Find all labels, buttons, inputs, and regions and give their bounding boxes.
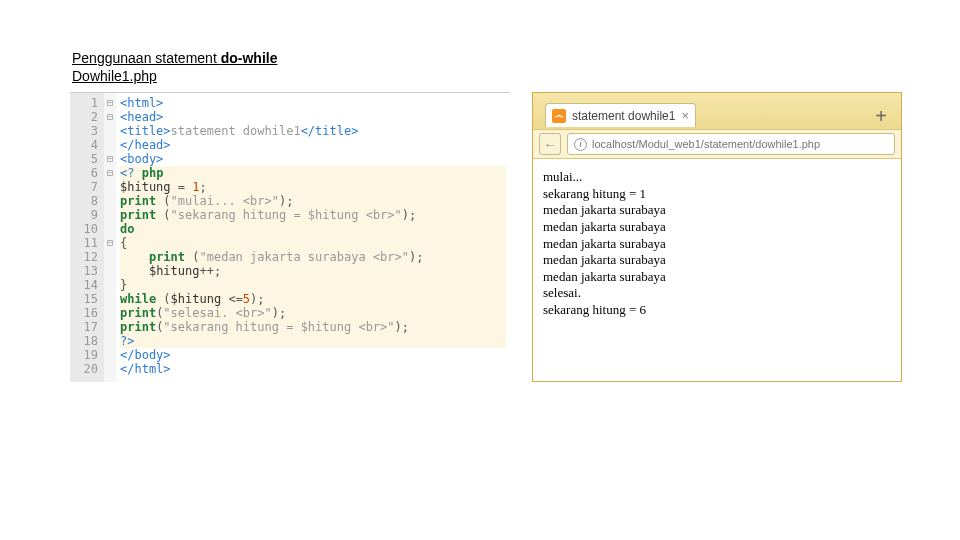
line-number: 4 [70, 138, 98, 152]
address-bar: ← i localhost/Modul_web1/statement/dowhi… [533, 129, 901, 159]
xampp-favicon: ෴ [552, 109, 566, 123]
fold-marker[interactable]: ⊟ [104, 166, 116, 180]
code-line[interactable]: print("sekarang hitung = $hitung <br>"); [120, 320, 506, 334]
line-number-gutter: 1234567891011121314151617181920 [70, 93, 104, 382]
line-number: 2 [70, 110, 98, 124]
code-line[interactable]: <body> [120, 152, 506, 166]
code-line[interactable]: <html> [120, 96, 506, 110]
line-number: 15 [70, 292, 98, 306]
output-line: mulai... [543, 169, 891, 186]
output-line: medan jakarta surabaya [543, 252, 891, 269]
fold-marker [104, 278, 116, 292]
code-line[interactable]: $hitung++; [120, 264, 506, 278]
code-line[interactable]: <? php [120, 166, 506, 180]
heading-line1-a: Penggunaan statement [72, 50, 221, 66]
line-number: 6 [70, 166, 98, 180]
browser-viewport: mulai...sekarang hitung = 1medan jakarta… [533, 159, 901, 381]
code-editor: 1234567891011121314151617181920 ⊟⊟⊟⊟⊟ <h… [70, 92, 510, 382]
code-area[interactable]: <html><head><title>statement dowhile1</t… [116, 93, 510, 382]
code-line[interactable]: print ("medan jakarta surabaya <br>"); [120, 250, 506, 264]
fold-marker [104, 138, 116, 152]
fold-marker [104, 194, 116, 208]
code-line[interactable]: <title>statement dowhile1</title> [120, 124, 506, 138]
code-line[interactable]: print ("mulai... <br>"); [120, 194, 506, 208]
output-line: sekarang hitung = 6 [543, 302, 891, 319]
line-number: 17 [70, 320, 98, 334]
browser-tab[interactable]: ෴ statement dowhile1 × [545, 103, 696, 127]
fold-marker [104, 320, 116, 334]
fold-marker [104, 264, 116, 278]
fold-marker [104, 222, 116, 236]
line-number: 9 [70, 208, 98, 222]
code-line[interactable]: <head> [120, 110, 506, 124]
fold-marker[interactable]: ⊟ [104, 110, 116, 124]
fold-marker[interactable]: ⊟ [104, 152, 116, 166]
fold-marker[interactable]: ⊟ [104, 236, 116, 250]
fold-marker [104, 362, 116, 376]
line-number: 8 [70, 194, 98, 208]
close-icon[interactable]: × [681, 108, 689, 123]
fold-marker [104, 292, 116, 306]
line-number: 11 [70, 236, 98, 250]
line-number: 1 [70, 96, 98, 110]
code-line[interactable]: </head> [120, 138, 506, 152]
browser-window: ෴ statement dowhile1 × + ← i localhost/M… [532, 92, 902, 382]
line-number: 19 [70, 348, 98, 362]
code-line[interactable]: </body> [120, 348, 506, 362]
code-line[interactable]: { [120, 236, 506, 250]
line-number: 10 [70, 222, 98, 236]
line-number: 12 [70, 250, 98, 264]
new-tab-button[interactable]: + [875, 105, 887, 128]
fold-gutter: ⊟⊟⊟⊟⊟ [104, 93, 116, 382]
document-heading: Penggunaan statement do-while Dowhile1.p… [72, 50, 277, 85]
tab-title: statement dowhile1 [572, 109, 675, 123]
line-number: 14 [70, 278, 98, 292]
code-line[interactable]: while ($hitung <=5); [120, 292, 506, 306]
code-line[interactable]: } [120, 278, 506, 292]
code-line[interactable]: ?> [120, 334, 506, 348]
back-button[interactable]: ← [539, 133, 561, 155]
line-number: 20 [70, 362, 98, 376]
fold-marker[interactable]: ⊟ [104, 96, 116, 110]
back-icon: ← [544, 137, 557, 152]
code-line[interactable]: do [120, 222, 506, 236]
output-line: medan jakarta surabaya [543, 202, 891, 219]
heading-line2: Dowhile1.php [72, 68, 277, 86]
info-icon[interactable]: i [574, 138, 587, 151]
line-number: 5 [70, 152, 98, 166]
browser-tabbar: ෴ statement dowhile1 × + [533, 93, 901, 129]
fold-marker [104, 124, 116, 138]
line-number: 7 [70, 180, 98, 194]
output-line: medan jakarta surabaya [543, 269, 891, 286]
fold-marker [104, 348, 116, 362]
output-line: medan jakarta surabaya [543, 219, 891, 236]
fold-marker [104, 250, 116, 264]
output-line: sekarang hitung = 1 [543, 186, 891, 203]
url-text: localhost/Modul_web1/statement/dowhile1.… [592, 138, 820, 150]
fold-marker [104, 334, 116, 348]
output-line: selesai. [543, 285, 891, 302]
line-number: 16 [70, 306, 98, 320]
fold-marker [104, 306, 116, 320]
line-number: 18 [70, 334, 98, 348]
code-line[interactable]: </html> [120, 362, 506, 376]
line-number: 3 [70, 124, 98, 138]
code-line[interactable]: print("selesai. <br>"); [120, 306, 506, 320]
output-line: medan jakarta surabaya [543, 236, 891, 253]
fold-marker [104, 180, 116, 194]
line-number: 13 [70, 264, 98, 278]
url-field[interactable]: i localhost/Modul_web1/statement/dowhile… [567, 133, 895, 155]
fold-marker [104, 208, 116, 222]
code-line[interactable]: $hitung = 1; [120, 180, 506, 194]
heading-line1-b: do-while [221, 50, 278, 66]
code-line[interactable]: print ("sekarang hitung = $hitung <br>")… [120, 208, 506, 222]
